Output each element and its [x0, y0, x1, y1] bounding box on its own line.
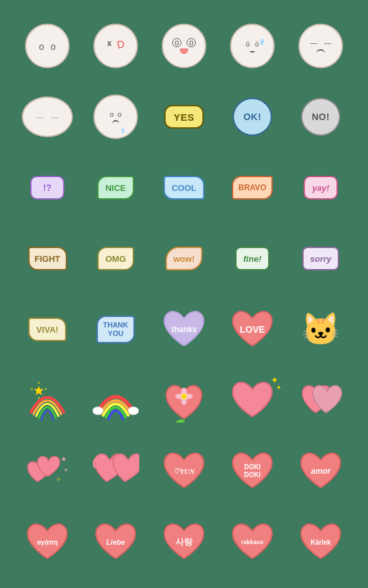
svg-text:✦: ✦: [60, 455, 67, 464]
cell-badge-nice[interactable]: NICE: [84, 155, 147, 220]
cell-heart-doki[interactable]: DOKIDOKI: [221, 438, 284, 504]
cell-rainbow-star[interactable]: [16, 368, 79, 433]
cell-heart-liebe[interactable]: Liebe: [84, 509, 147, 575]
heart-thanks: thanks: [160, 306, 208, 352]
heart-liebe-sticker: Liebe: [92, 519, 139, 565]
hearts-pink-sticker: ✦ ✦ ✧: [24, 449, 71, 494]
cell-badge-ok[interactable]: OK!: [221, 84, 284, 150]
cell-badge-yes[interactable]: YES: [152, 84, 216, 150]
cell-face-tear[interactable]: o o: [84, 84, 147, 150]
cell-face-blank[interactable]: o o: [16, 13, 79, 79]
cell-heart-korean[interactable]: 사랑: [152, 509, 216, 575]
face-tear: o o: [93, 94, 138, 139]
heart-greek-sticker: αγάπη: [24, 519, 71, 565]
badge-sorry: sorry: [302, 247, 340, 270]
badge-thankyou: THANKYOU: [97, 316, 135, 343]
badge-nice: NICE: [97, 176, 134, 200]
cell-face-big[interactable]: — —: [16, 84, 79, 150]
heart-karlek-sticker: Kärlek: [297, 519, 344, 565]
cell-badge-thankyou[interactable]: THANKYOU: [84, 297, 147, 362]
svg-point-9: [186, 394, 193, 399]
svg-text:✧: ✧: [56, 476, 61, 483]
cat-sticker: 🐱: [301, 314, 340, 345]
face-tongue: o o: [162, 24, 206, 68]
hearts-arms-sticker: [92, 448, 139, 495]
cell-badge-bravo[interactable]: BRAVO: [221, 155, 284, 220]
heart-pink-svg: [229, 377, 276, 421]
face-sweat: ö ö: [230, 24, 275, 68]
badge-omg: OMG: [97, 247, 134, 270]
rainbow-wave-svg: [93, 379, 139, 421]
heart-pink-sticker: ✦ ✦: [229, 377, 276, 423]
svg-marker-0: [34, 386, 43, 395]
cell-badge-no[interactable]: NO!: [289, 84, 352, 150]
cell-heart-love[interactable]: LOVE: [221, 297, 284, 362]
cell-heart-pink[interactable]: ✦ ✦: [221, 368, 284, 433]
badge-exclaim: !?: [30, 176, 64, 200]
cell-hearts-arms[interactable]: [84, 438, 147, 504]
cell-badge-fine[interactable]: fine!: [221, 226, 284, 291]
cell-heart-rakkaus[interactable]: rakkaus: [221, 509, 284, 575]
badge-ok: OK!: [233, 98, 272, 136]
heart-flower-sticker: [160, 378, 208, 423]
heart-hyun-sticker: ♡YUN: [160, 448, 208, 494]
cell-face-laugh[interactable]: x D: [84, 13, 147, 79]
badge-fine: fine!: [235, 247, 269, 270]
svg-point-8: [181, 388, 187, 394]
svg-point-10: [181, 398, 187, 405]
svg-point-11: [175, 394, 182, 399]
cell-badge-fight[interactable]: FIGHT: [16, 226, 79, 291]
badge-yay: yay!: [304, 176, 338, 200]
badge-wow: wow!: [166, 247, 203, 270]
face-big: — —: [22, 96, 73, 137]
cell-heart-amor[interactable]: amor: [289, 438, 352, 504]
cell-badge-cool[interactable]: COOL: [152, 155, 216, 220]
heart-hug-svg: [297, 377, 344, 421]
cell-face-sad[interactable]: — —: [289, 13, 352, 79]
cell-heart-greek[interactable]: αγάπη: [16, 509, 79, 575]
heart-flower-svg: [161, 378, 207, 423]
heart-hug-sticker: [297, 377, 344, 423]
cell-hearts-pink[interactable]: ✦ ✦ ✧: [16, 438, 79, 504]
cell-heart-thanks[interactable]: thanks: [152, 297, 216, 362]
cell-badge-exclaim[interactable]: !?: [16, 155, 79, 220]
cell-face-sweat[interactable]: ö ö: [221, 13, 284, 79]
cell-heart-flower[interactable]: [152, 368, 216, 433]
face-blank: o o: [25, 24, 70, 68]
rainbow-wave-sticker: [92, 379, 139, 422]
hearts-pink-svg: ✦ ✦ ✧: [24, 449, 70, 494]
badge-viva: VIVA!: [28, 318, 66, 341]
cell-heart-karlek[interactable]: Kärlek: [289, 509, 352, 575]
heart-doki-sticker: DOKIDOKI: [229, 448, 276, 494]
cell-badge-yay[interactable]: yay!: [289, 155, 352, 220]
badge-no: NO!: [301, 98, 340, 136]
cell-badge-wow[interactable]: wow!: [152, 226, 216, 291]
cell-rainbow-wave[interactable]: [84, 368, 147, 433]
svg-text:✦: ✦: [64, 467, 68, 473]
heart-rakkaus-sticker: rakkaus: [229, 519, 276, 565]
svg-point-12: [181, 394, 187, 399]
cell-badge-omg[interactable]: OMG: [84, 226, 147, 291]
badge-cool: COOL: [164, 176, 204, 200]
svg-point-5: [93, 407, 103, 415]
badge-fight: FIGHT: [28, 247, 67, 270]
heart-korean-sticker: 사랑: [160, 519, 208, 565]
face-sad: — —: [298, 24, 343, 68]
cell-badge-sorry[interactable]: sorry: [289, 226, 352, 291]
cell-face-tongue[interactable]: o o: [152, 13, 216, 79]
cell-heart-hyun[interactable]: ♡YUN: [152, 438, 216, 504]
face-laugh: x D: [93, 24, 138, 68]
rainbow-star-svg: [24, 379, 70, 421]
hearts-arms-svg: [92, 448, 139, 492]
badge-yes: YES: [164, 105, 204, 129]
cell-cat-sticker[interactable]: 🐱: [289, 297, 352, 362]
heart-amor-sticker: amor: [297, 448, 344, 494]
heart-love: LOVE: [229, 306, 276, 352]
cell-badge-viva[interactable]: VIVA!: [16, 297, 79, 362]
cell-heart-hug[interactable]: [289, 368, 352, 433]
svg-point-6: [128, 407, 139, 415]
badge-bravo: BRAVO: [232, 176, 273, 200]
emoji-grid: o o x D o o: [3, 0, 365, 588]
rainbow-star-sticker: [24, 379, 71, 422]
